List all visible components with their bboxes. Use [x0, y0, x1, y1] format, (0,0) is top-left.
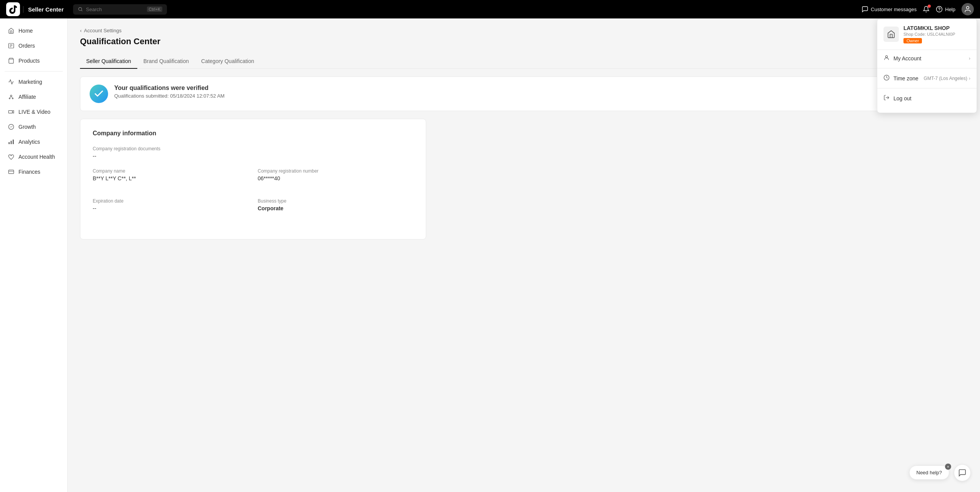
sidebar-item-live-video[interactable]: LIVE & Video — [2, 105, 66, 119]
notification-badge — [928, 5, 931, 8]
svg-line-12 — [10, 96, 11, 98]
search-shortcut: Ctrl+K — [147, 7, 163, 12]
user-account-icon — [883, 55, 890, 62]
time-zone-right: GMT-7 (Los Angeles) › — [924, 76, 970, 81]
sidebar-item-home[interactable]: Home — [2, 23, 66, 38]
dropdown-header: LATGMKXL SHOP Shop Code: USLC4ALNI0P Own… — [877, 25, 977, 50]
chevron-right-icon-2: › — [969, 76, 970, 81]
topnav-actions: Customer messages Help — [862, 3, 974, 15]
search-input[interactable] — [86, 7, 144, 12]
chevron-right-icon: › — [969, 56, 970, 61]
section-title: Company information — [93, 130, 413, 137]
exp-biz-row: Expiration date -- Business type Corpora… — [93, 198, 413, 221]
svg-rect-17 — [11, 141, 12, 144]
user-icon — [964, 5, 972, 13]
marketing-icon — [8, 78, 15, 85]
customer-messages-button[interactable]: Customer messages — [862, 6, 917, 13]
help-button[interactable]: Help — [936, 6, 955, 13]
avatar[interactable] — [962, 3, 974, 15]
expiration-date-field: Expiration date -- — [93, 198, 248, 211]
products-icon — [8, 57, 15, 64]
company-reg-value: 06*****40 — [258, 175, 413, 181]
name-reg-row: Company name B**Y L**Y C**, L** Company … — [93, 168, 413, 191]
sidebar-item-label: Account Health — [18, 154, 55, 160]
account-dropdown: LATGMKXL SHOP Shop Code: USLC4ALNI0P Own… — [877, 18, 977, 113]
timezone-icon — [883, 75, 890, 82]
svg-point-9 — [10, 95, 12, 96]
sidebar-item-label: Growth — [18, 124, 36, 130]
svg-rect-19 — [8, 170, 13, 173]
affiliate-icon — [8, 93, 15, 100]
help-bubble-text: Need help? — [917, 470, 942, 475]
analytics-icon — [8, 138, 15, 145]
sidebar-item-growth[interactable]: Growth — [2, 120, 66, 134]
finances-icon — [8, 168, 15, 175]
sidebar-item-products[interactable]: Products — [2, 53, 66, 68]
sidebar-item-orders[interactable]: Orders — [2, 38, 66, 53]
sidebar-item-label: Finances — [18, 169, 40, 175]
sidebar-item-label: Products — [18, 58, 40, 64]
company-reg-label: Company registration number — [258, 168, 413, 174]
svg-point-10 — [9, 98, 10, 99]
store-icon — [887, 30, 895, 38]
svg-rect-14 — [8, 111, 12, 113]
notifications-button[interactable] — [923, 6, 930, 13]
help-bubble-close[interactable]: × — [945, 464, 951, 470]
docs-label: Company registration documents — [93, 146, 413, 151]
svg-point-21 — [885, 56, 887, 58]
exp-label: Expiration date — [93, 198, 248, 204]
sidebar-divider — [5, 71, 63, 71]
search-icon — [78, 7, 83, 12]
breadcrumb-arrow: ‹ — [80, 28, 82, 33]
sidebar-item-label: Marketing — [18, 79, 42, 85]
sidebar-item-label: LIVE & Video — [18, 109, 50, 115]
tab-seller-qualification[interactable]: Seller Qualification — [80, 54, 137, 69]
sidebar: Home Orders Products Marketing Affiliate… — [0, 18, 68, 492]
orders-icon — [8, 42, 15, 49]
time-zone-left: Time zone — [883, 75, 918, 82]
docs-value: -- — [93, 153, 413, 159]
help-label: Help — [945, 7, 955, 12]
search-bar[interactable]: Ctrl+K — [73, 4, 167, 15]
sidebar-item-affiliate[interactable]: Affiliate — [2, 90, 66, 104]
svg-rect-18 — [8, 142, 10, 144]
sidebar-item-finances[interactable]: Finances — [2, 165, 66, 179]
time-zone-value: GMT-7 (Los Angeles) — [924, 76, 967, 81]
tab-category-qualification[interactable]: Category Qualification — [195, 54, 260, 69]
breadcrumb[interactable]: ‹ Account Settings — [80, 28, 968, 33]
company-name-label: Company name — [93, 168, 248, 174]
help-bubble[interactable]: Need help? × — [909, 465, 950, 480]
page-title: Qualification Center — [80, 37, 968, 47]
tab-brand-qualification[interactable]: Brand Qualification — [137, 54, 195, 69]
svg-rect-0 — [6, 2, 20, 16]
dropdown-divider-2 — [877, 88, 977, 88]
time-zone-item[interactable]: Time zone GMT-7 (Los Angeles) › — [877, 70, 977, 86]
owner-badge: Owner — [903, 38, 922, 43]
brand-logo[interactable]: Seller Center — [6, 2, 64, 16]
verified-icon — [90, 85, 108, 103]
sidebar-item-marketing[interactable]: Marketing — [2, 75, 66, 89]
time-zone-label: Time zone — [893, 75, 918, 81]
tiktok-icon — [6, 2, 20, 16]
my-account-left: My Account — [883, 55, 921, 62]
sidebar-item-analytics[interactable]: Analytics — [2, 135, 66, 149]
shop-code: Shop Code: USLC4ALNI0P — [903, 32, 955, 37]
svg-point-11 — [12, 98, 13, 99]
seller-center-label: Seller Center — [23, 6, 64, 13]
docs-field: Company registration documents -- — [93, 146, 413, 159]
customer-messages-label: Customer messages — [871, 7, 917, 12]
my-account-item[interactable]: My Account › — [877, 50, 977, 66]
breadcrumb-label: Account Settings — [84, 28, 122, 33]
logout-label: Log out — [893, 95, 912, 101]
company-info-card: Company information Company registration… — [80, 119, 426, 239]
chat-icon — [958, 469, 967, 477]
shop-name: LATGMKXL SHOP — [903, 25, 955, 31]
dropdown-divider-1 — [877, 68, 977, 68]
logout-item[interactable]: Log out — [877, 90, 977, 106]
live-icon — [8, 108, 15, 115]
sidebar-item-account-health[interactable]: Account Health — [2, 150, 66, 164]
svg-line-13 — [11, 96, 13, 98]
alert-subtitle: Qualifications submitted: 05/18/2024 12:… — [114, 93, 225, 99]
chat-button[interactable] — [954, 464, 971, 481]
biz-value: Corporate — [258, 205, 413, 211]
